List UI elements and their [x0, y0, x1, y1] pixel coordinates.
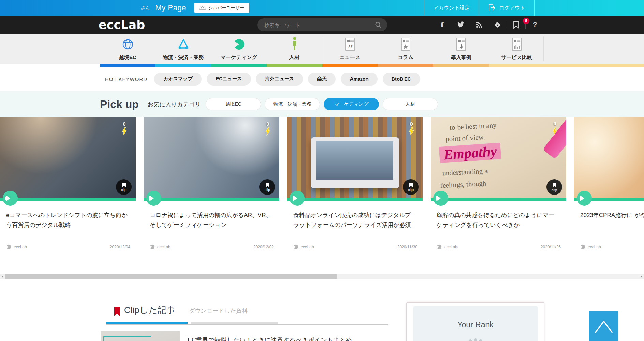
- nav-item-marketing[interactable]: マーケティング: [211, 34, 267, 64]
- card-title[interactable]: 食料品オンライン販売の成功にはデジタルプラットフォームのパーソナライズ活用が必須: [287, 201, 423, 230]
- strip-case: [433, 64, 489, 67]
- feedly-icon[interactable]: [488, 21, 507, 29]
- your-rank-panel: Your Rank: [413, 306, 538, 341]
- clipped-article-row[interactable]: EC業界で転職したい！ときに注意するべきポイントまとめ: [101, 331, 352, 341]
- article-card[interactable]: 0 clip 食料品オンライン販売の成功にはデジタルプラットフォームのパーソナラ…: [287, 117, 423, 271]
- card-date: 2020/11/26: [541, 245, 561, 249]
- strip-column: [378, 64, 433, 67]
- card-author: eccLab: [580, 244, 601, 249]
- account-settings-button[interactable]: アカウント設定: [424, 0, 479, 16]
- tab-clipped-articles[interactable]: Clipした記事: [114, 304, 175, 316]
- search-box[interactable]: [257, 18, 387, 31]
- globe-icon: [122, 37, 134, 52]
- topbar-actions: アカウント設定 ログアウト: [424, 0, 535, 16]
- favorite-category-pills: 越境EC 物流・決済・業務 マーケティング 人材: [206, 98, 438, 110]
- article-card[interactable]: 0 clip コロナ禍によって活用の幅の広がるAR、VR、そしてゲーミフィケーシ…: [144, 117, 279, 271]
- card-meta: eccLab: [580, 244, 644, 249]
- category-color-strip: [100, 64, 644, 67]
- up-chevron-icon: [593, 318, 615, 335]
- clip-count-badge: 0: [409, 121, 414, 136]
- lightning-icon: [552, 127, 557, 136]
- ecclab-mark-icon: [3, 191, 18, 206]
- search-icon[interactable]: [375, 21, 382, 29]
- clip-count-badge: 0: [265, 121, 270, 136]
- card-meta: eccLab 2020/11/26: [437, 244, 561, 249]
- clipped-article-title[interactable]: EC業界で転職したい！ときに注意するべきポイントまとめ: [188, 331, 352, 341]
- category-pill-cross-border[interactable]: 越境EC: [206, 98, 261, 110]
- article-card[interactable]: 0 clip eコマースへのトレンドシフトの波に立ち向かう百貨店のデジタル戦略: [0, 117, 136, 271]
- active-tab-indicator: [106, 322, 188, 324]
- nav-item-case-studies[interactable]: 導入事例: [433, 34, 489, 64]
- card-title[interactable]: コロナ禍によって活用の幅の広がるAR、VR、そしてゲーミフィケーション: [144, 201, 279, 230]
- strip-cross-border: [100, 64, 155, 67]
- keyword-amazon[interactable]: Amazon: [341, 73, 377, 86]
- ecclab-mark-icon: [577, 191, 592, 206]
- card-date: 2020/11/30: [397, 245, 417, 249]
- nav-divider: [322, 36, 322, 61]
- help-icon: ?: [533, 21, 537, 29]
- nav-item-news[interactable]: !! ニュース: [322, 34, 378, 64]
- article-card[interactable]: to be best in any point of view. Empathy…: [431, 117, 566, 271]
- card-photo-empathy: to be best in any point of view. Empathy…: [431, 117, 566, 201]
- clip-button[interactable]: clip: [259, 179, 275, 195]
- rss-icon[interactable]: [470, 21, 488, 28]
- my-page-link[interactable]: My Page: [155, 3, 186, 12]
- pacman-icon: [233, 37, 245, 52]
- pickup-band: Pick up お気に入りカテゴリ 越境EC 物流・決済・業務 マーケティング …: [0, 91, 644, 117]
- nav-item-logistics-payment[interactable]: 物流・決済・業務: [155, 34, 211, 64]
- lightning-icon: [409, 127, 414, 136]
- keyword-btob-ec[interactable]: BtoB EC: [383, 73, 420, 86]
- category-pill-marketing[interactable]: マーケティング: [324, 98, 379, 110]
- clip-bookmark-icon: [122, 183, 126, 187]
- author-mark-icon: [150, 244, 155, 249]
- tab-downloaded-materials[interactable]: ダウンロードした資料: [189, 307, 248, 316]
- keyword-ec-news[interactable]: ECニュース: [207, 73, 251, 86]
- strip-marketing: [211, 64, 267, 67]
- category-pill-logistics[interactable]: 物流・決済・業務: [265, 98, 320, 110]
- logout-button[interactable]: ログアウト: [479, 0, 535, 16]
- nav-item-label: ニュース: [340, 54, 360, 61]
- nav-item-column[interactable]: コラム: [378, 34, 433, 64]
- twitter-icon[interactable]: [451, 21, 470, 28]
- facebook-icon[interactable]: f: [433, 20, 451, 29]
- person-icon: [291, 37, 298, 52]
- bookmark-button[interactable]: 5: [507, 21, 525, 29]
- nav-item-label: 越境EC: [119, 54, 136, 61]
- card-photo-laptop-store: 0 clip: [287, 117, 423, 201]
- search-input[interactable]: [264, 22, 375, 28]
- category-nav-items: 越境EC 物流・決済・業務 マーケティング: [100, 34, 544, 64]
- carousel-scrollbar[interactable]: [0, 274, 644, 279]
- header-icon-row: f 5 ?: [433, 16, 544, 34]
- article-card[interactable]: 0 clip 2023年CPRA施行に が今行うべき具体的: [574, 117, 644, 271]
- site-logo[interactable]: eccLab: [99, 16, 145, 34]
- nav-item-cross-border-ec[interactable]: 越境EC: [100, 34, 155, 64]
- empathy-highlight: Empathy: [439, 143, 501, 163]
- keyword-rakuten[interactable]: 楽天: [308, 73, 336, 86]
- scroll-to-top-button[interactable]: [589, 311, 618, 341]
- keyword-overseas-news[interactable]: 海外ニュース: [256, 73, 303, 86]
- tab-clipped-label: Clipした記事: [124, 304, 175, 316]
- card-title[interactable]: eコマースへのトレンドシフトの波に立ち向かう百貨店のデジタル戦略: [0, 201, 136, 230]
- inactive-tab-indicator: [191, 322, 278, 324]
- nav-item-service-compare[interactable]: サービス比較: [489, 34, 544, 64]
- scrollbar-left-arrow[interactable]: [0, 274, 5, 279]
- card-author: eccLab: [437, 244, 458, 249]
- clip-button[interactable]: clip: [546, 179, 562, 195]
- scrollbar-thumb[interactable]: [5, 274, 337, 279]
- scrollbar-right-arrow[interactable]: [639, 274, 644, 279]
- clip-button[interactable]: clip: [403, 179, 419, 195]
- category-nav: 越境EC 物流・決済・業務 マーケティング: [0, 34, 644, 64]
- category-pill-talent[interactable]: 人材: [383, 98, 438, 110]
- rank-badge-label: シルバーユーザー: [208, 5, 244, 11]
- strip-logistics: [155, 64, 211, 67]
- clip-button[interactable]: clip: [116, 179, 132, 195]
- lightning-icon: [122, 127, 127, 136]
- pickup-subtitle: お気に入りカテゴリ: [148, 100, 201, 108]
- card-photo-warm-hands: 0 clip: [574, 117, 644, 201]
- nav-item-talent[interactable]: 人材: [267, 34, 322, 64]
- keyword-chaosmap[interactable]: カオスマップ: [154, 73, 202, 86]
- card-date: 2020/12/04: [110, 245, 130, 249]
- ecclab-mark-icon: [290, 191, 305, 206]
- card-title[interactable]: 顧客の真の共感を得るためにどのようにマーケティングを行っていくべきか: [431, 201, 566, 230]
- user-rank-badge: シルバーユーザー: [194, 3, 250, 13]
